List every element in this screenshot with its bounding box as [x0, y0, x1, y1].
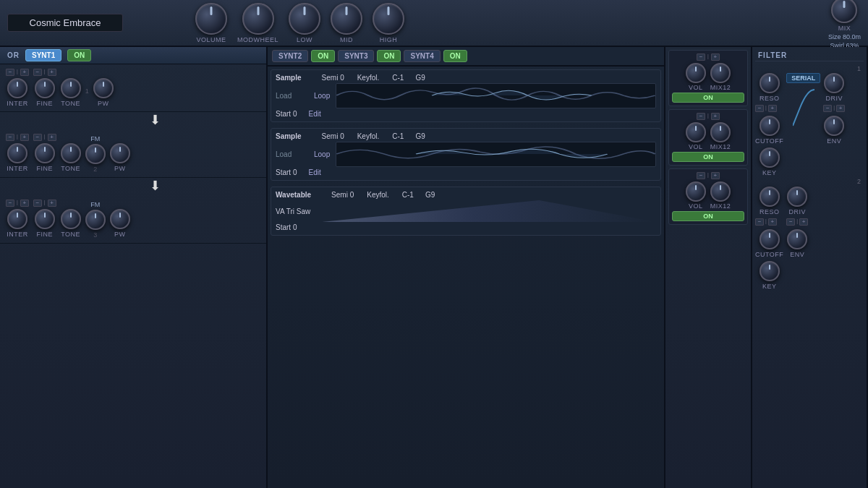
fine-3-minus[interactable]: − [33, 200, 42, 207]
vol2-knob[interactable] [686, 122, 706, 142]
inter-2-controls: − | + [6, 134, 29, 141]
panel1-type: Sample [276, 74, 302, 82]
panel2-start: Start 0 [276, 168, 297, 176]
tone-knob-1-wrapper: TONE [61, 69, 81, 107]
synt4-tab[interactable]: SYNT4 [404, 50, 440, 62]
on-btn-3[interactable]: ON [672, 211, 744, 221]
synt1-on[interactable]: ON [67, 49, 91, 61]
filter-1-mid: SERIAL [786, 73, 820, 176]
fine-3-knob[interactable] [35, 209, 55, 229]
vol1-plus[interactable]: + [711, 53, 720, 61]
fine-1-controls: − | + [33, 69, 56, 76]
fine-1-knob[interactable] [35, 78, 55, 98]
pw-3-knob[interactable] [110, 209, 130, 229]
fine-3-plus[interactable]: + [48, 200, 56, 207]
env-2-plus[interactable]: + [799, 218, 808, 226]
panel1-start: Start 0 [276, 110, 297, 118]
synt2-on[interactable]: ON [311, 50, 335, 62]
panel2-load-value[interactable]: Loop [314, 150, 330, 158]
inter-2-minus[interactable]: − [6, 134, 14, 141]
driv-1-knob[interactable] [824, 73, 844, 93]
driv-2-knob[interactable] [787, 187, 807, 207]
osc-section: OR SYNT1 ON − | + INTER − | + [0, 47, 268, 488]
filter-section: FILTER 1 RESO − | + CUTOFF K [752, 47, 868, 488]
center-section: SYNT2 ON SYNT3 ON SYNT4 ON Sample Semi 0… [268, 47, 752, 488]
fine-1-minus[interactable]: − [33, 69, 42, 76]
vol2-minus[interactable]: − [697, 113, 705, 120]
inter-2-knob[interactable] [7, 143, 27, 163]
pw-2-knob[interactable] [110, 143, 130, 163]
fine-2-minus[interactable]: − [33, 134, 42, 141]
inter-1-knob[interactable] [7, 78, 27, 98]
volume-knob[interactable] [195, 3, 227, 35]
mix12-1-knob[interactable] [710, 63, 731, 83]
tone-2-knob[interactable] [61, 143, 81, 163]
panel1-edit[interactable]: Edit [308, 110, 320, 118]
vol1-knob[interactable] [686, 63, 706, 83]
vol3-plus[interactable]: + [711, 172, 720, 179]
fm-2-knob[interactable] [85, 144, 106, 164]
panel1-load-value[interactable]: Loop [314, 92, 330, 100]
env-1-minus[interactable]: − [823, 105, 832, 112]
synt4-on[interactable]: ON [443, 50, 467, 62]
vol2-plus[interactable]: + [711, 113, 720, 120]
env-1-knob[interactable] [824, 116, 844, 136]
modwheel-knob[interactable] [242, 3, 274, 35]
vol-mix-group-3: − | + VOL MIX12 ON [668, 168, 748, 225]
reso-1-knob[interactable] [760, 73, 780, 93]
key-1-knob[interactable] [760, 147, 780, 168]
serial-badge: SERIAL [786, 73, 820, 83]
mix12-2-knob[interactable] [710, 122, 731, 142]
key-2-knob[interactable] [760, 261, 780, 281]
mid-label: MID [340, 36, 353, 43]
cutoff-2-plus[interactable]: + [768, 218, 777, 226]
fine-1-plus[interactable]: + [48, 69, 56, 76]
inter-1-minus[interactable]: − [6, 69, 14, 76]
vol3-knob[interactable] [686, 181, 706, 202]
preset-name[interactable]: Cosmic Embrace [7, 14, 123, 32]
tone-3-knob[interactable] [61, 209, 81, 229]
synt3-tab[interactable]: SYNT3 [338, 50, 374, 62]
cutoff-2-knob[interactable] [760, 229, 780, 249]
cutoff-1-knob[interactable] [760, 116, 780, 136]
on-btn-2[interactable]: ON [672, 152, 744, 162]
panel2-edit[interactable]: Edit [308, 168, 320, 176]
inter-3-knob[interactable] [7, 209, 27, 229]
fine-1-label: FINE [36, 100, 53, 107]
pw-1-knob[interactable] [93, 78, 114, 98]
inter-2-plus[interactable]: + [20, 134, 29, 141]
inter-3-plus[interactable]: + [20, 200, 29, 207]
filter-2-number: 2 [755, 176, 864, 187]
mid-knob[interactable] [331, 3, 362, 35]
high-knob[interactable] [373, 3, 404, 35]
env-1-plus[interactable]: + [836, 105, 845, 112]
fine-2-plus[interactable]: + [48, 134, 56, 141]
cutoff-1-controls: − | + [755, 105, 783, 112]
cutoff-1-minus[interactable]: − [755, 105, 764, 112]
vol1-minus[interactable]: − [697, 53, 705, 61]
fm-3-knob[interactable] [85, 210, 106, 230]
inter-3-minus[interactable]: − [6, 200, 14, 207]
low-knob[interactable] [289, 3, 320, 35]
inter-1-plus[interactable]: + [20, 69, 29, 76]
vol1-controls: − | + [697, 53, 720, 61]
inter-knob-3-wrapper: − | + INTER [6, 200, 29, 238]
cutoff-1-plus[interactable]: + [768, 105, 777, 112]
tone-1-knob[interactable] [61, 78, 81, 98]
env-2-knob[interactable] [787, 229, 807, 249]
filter-1-right: DRIV − | + ENV [823, 73, 845, 176]
on-btn-1[interactable]: ON [672, 93, 744, 103]
vol3-minus[interactable]: − [697, 172, 705, 179]
env-2-minus[interactable]: − [786, 218, 795, 226]
mix12-3-knob[interactable] [710, 181, 731, 202]
inter-1-label: INTER [7, 100, 28, 107]
mix-knob[interactable] [831, 0, 857, 23]
cutoff-2-minus[interactable]: − [755, 218, 764, 226]
synt3-on[interactable]: ON [377, 50, 401, 62]
synt2-tab[interactable]: SYNT2 [272, 50, 308, 62]
panel2-row3: Start 0 Edit [276, 168, 656, 177]
reso-2-knob[interactable] [760, 187, 780, 207]
synth-tab-bar: SYNT2 ON SYNT3 ON SYNT4 ON [268, 47, 664, 67]
fine-2-knob[interactable] [35, 143, 55, 163]
synt1-tab[interactable]: SYNT1 [25, 49, 61, 61]
